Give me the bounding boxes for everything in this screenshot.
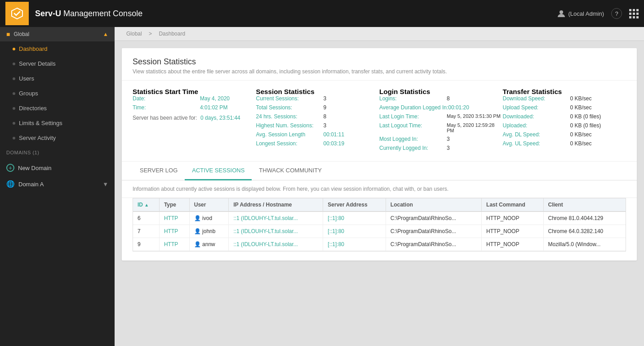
cell-last-cmd: HTTP_NOOP bbox=[482, 238, 543, 251]
stat-avg-ul: Avg. UL Speed: 0 KB/sec bbox=[503, 140, 626, 147]
sidebar-dot bbox=[13, 107, 15, 110]
cell-last-cmd: HTTP_NOOP bbox=[482, 211, 543, 225]
session-statistics-title: Session Statistics bbox=[133, 57, 626, 67]
cell-user: 👤 annw bbox=[189, 238, 229, 251]
cell-type: HTTP bbox=[159, 225, 189, 238]
stat-downloaded: Downloaded: 0 KB (0 files) bbox=[503, 113, 626, 120]
transfer-stats-col: Transfer Statistics Download Speed: 0 KB… bbox=[503, 88, 626, 154]
stat-time: Time: 4:01:02 PM bbox=[133, 104, 256, 111]
cell-user: 👤 ivod bbox=[189, 211, 229, 225]
col-header-location[interactable]: Location bbox=[386, 198, 481, 211]
stat-ul-speed: Upload Speed: 0 KB/sec bbox=[503, 104, 626, 111]
cell-server: [::1]:80 bbox=[323, 211, 386, 225]
stat-uploaded: Uploaded: 0 KB (0 files) bbox=[503, 122, 626, 129]
sidebar-item-groups[interactable]: Groups bbox=[0, 86, 115, 101]
stat-dl-speed: Download Speed: 0 KB/sec bbox=[503, 95, 626, 102]
stat-avg-session: Avg. Session Length 00:01:11 bbox=[256, 131, 380, 138]
sidebar-item-server-details[interactable]: Server Details bbox=[0, 56, 115, 71]
session-statistics-subtitle: View statistics about the entire file se… bbox=[133, 68, 626, 75]
stat-avg-dl: Avg. DL Speed: 0 KB/sec bbox=[503, 131, 626, 138]
cell-client: Chrome 81.0.4044.129 bbox=[543, 211, 626, 225]
cell-id: 6 bbox=[133, 211, 159, 225]
cell-client: Chrome 64.0.3282.140 bbox=[543, 225, 626, 238]
col-header-user[interactable]: User bbox=[189, 198, 229, 211]
sessions-table: ID ▲ Type User IP Address / Hostname Ser… bbox=[133, 198, 626, 251]
cell-type: HTTP bbox=[159, 211, 189, 225]
globe-icon: 🌐 bbox=[6, 180, 15, 188]
tab-server-log[interactable]: SERVER LOG bbox=[133, 162, 185, 180]
stat-current-sessions: Current Sessions: 3 bbox=[256, 95, 380, 102]
cell-type: HTTP bbox=[159, 238, 189, 251]
sidebar-dot bbox=[13, 92, 15, 95]
session-stats-col: Session Statistics Current Sessions: 3 T… bbox=[256, 88, 380, 154]
col-header-type[interactable]: Type bbox=[159, 198, 189, 211]
sidebar-collapse-arrow[interactable]: ▲ bbox=[103, 31, 108, 37]
sidebar-dot bbox=[13, 137, 15, 139]
sidebar-new-domain-button[interactable]: + New Domain bbox=[0, 160, 115, 176]
cell-server: [::1]:80 bbox=[323, 238, 386, 251]
apps-grid-button[interactable] bbox=[629, 9, 639, 18]
sidebar: ■ Global ▲ Dashboard Server Details User… bbox=[0, 27, 115, 346]
col-header-server[interactable]: Server Address bbox=[323, 198, 386, 211]
tab-thwack-community[interactable]: THWACK COMMUNITY bbox=[252, 162, 329, 180]
sidebar-dot bbox=[13, 77, 15, 80]
col-header-client[interactable]: Client bbox=[543, 198, 626, 211]
sidebar-item-limits-settings[interactable]: Limits & Settings bbox=[0, 116, 115, 130]
table-wrapper: ID ▲ Type User IP Address / Hostname Ser… bbox=[122, 198, 637, 261]
table-header-row: ID ▲ Type User IP Address / Hostname Ser… bbox=[133, 198, 626, 211]
stat-last-logout: Last Logout Time: May 5, 2020 12:59:28 P… bbox=[379, 122, 503, 133]
app-title: Serv-U Management Console bbox=[35, 9, 142, 18]
help-button[interactable]: ? bbox=[611, 8, 622, 19]
table-row[interactable]: 7 HTTP 👤 johnb ::1 (IDLOUHY-LT.tul.solar… bbox=[133, 225, 626, 238]
stat-currently-logged: Currently Logged In: 3 bbox=[379, 145, 503, 151]
main-content: Global > Dashboard Session Statistics Vi… bbox=[115, 27, 644, 346]
stat-highest-sessions: Highest Num. Sessions: 3 bbox=[256, 122, 380, 129]
cell-id: 7 bbox=[133, 225, 159, 238]
sidebar-item-directories[interactable]: Directories bbox=[0, 101, 115, 116]
cell-ip: ::1 (IDLOUHY-LT.tul.solar... bbox=[229, 225, 323, 238]
stat-24hr-sessions: 24 hrs. Sessions: 8 bbox=[256, 113, 380, 120]
table-container: ID ▲ Type User IP Address / Hostname Ser… bbox=[133, 198, 626, 252]
sidebar-domains-label: DOMAINS (1) bbox=[0, 145, 115, 160]
breadcrumb: Global > Dashboard bbox=[115, 27, 644, 41]
sidebar-item-users[interactable]: Users bbox=[0, 71, 115, 86]
main-panel: Session Statistics View statistics about… bbox=[122, 48, 637, 261]
cell-ip: ::1 (IDLOUHY-LT.tul.solar... bbox=[229, 238, 323, 251]
stat-total-sessions: Total Sessions: 9 bbox=[256, 104, 380, 111]
sidebar-item-server-activity[interactable]: Server Activity bbox=[0, 130, 115, 145]
user-menu[interactable]: (Local Admin) bbox=[557, 9, 604, 18]
stats-start-col: Statistics Start Time Date: May 4, 2020 … bbox=[133, 88, 256, 154]
session-statistics-header: Session Statistics View statistics about… bbox=[122, 48, 637, 81]
cell-location: C:\ProgramData\RhinoSo... bbox=[386, 225, 481, 238]
col-header-last-cmd[interactable]: Last Command bbox=[482, 198, 543, 211]
header-right: (Local Admin) ? bbox=[557, 8, 639, 19]
col-header-ip[interactable]: IP Address / Hostname bbox=[229, 198, 323, 211]
stat-logins: Logins: 8 bbox=[379, 95, 503, 102]
cell-ip: ::1 (IDLOUHY-LT.tul.solar... bbox=[229, 211, 323, 225]
table-row[interactable]: 6 HTTP 👤 ivod ::1 (IDLOUHY-LT.tul.solar.… bbox=[133, 211, 626, 225]
stat-most-logged: Most Logged In: 3 bbox=[379, 136, 503, 142]
sidebar-item-domain-a[interactable]: 🌐 Domain A ▼ bbox=[0, 176, 115, 192]
stat-longest-session: Longest Session: 00:03:19 bbox=[256, 140, 380, 147]
stat-server-active: Server has been active for: 0 days, 23:5… bbox=[133, 114, 256, 121]
login-stats-col: Login Statistics Logins: 8 Average Durat… bbox=[379, 88, 503, 154]
tabs: SERVER LOG ACTIVE SESSIONS THWACK COMMUN… bbox=[122, 162, 637, 180]
chevron-icon: ▼ bbox=[102, 181, 108, 188]
cell-location: C:\ProgramData\RhinoSo... bbox=[386, 211, 481, 225]
stat-last-login: Last Login Time: May 5, 2020 3:51:30 PM bbox=[379, 113, 503, 120]
stat-avg-duration: Average Duration Logged In: 00:01:20 bbox=[379, 104, 503, 111]
sidebar-section-global[interactable]: ■ Global ▲ bbox=[0, 27, 115, 41]
tab-active-sessions[interactable]: ACTIVE SESSIONS bbox=[185, 162, 252, 180]
header: Serv-U Management Console (Local Admin) … bbox=[0, 0, 644, 27]
table-info-text: Information about currently active sessi… bbox=[122, 180, 637, 198]
col-header-id[interactable]: ID ▲ bbox=[133, 198, 159, 211]
sidebar-dot bbox=[13, 48, 15, 50]
cell-location: C:\ProgramData\RhinoSo... bbox=[386, 238, 481, 251]
cell-user: 👤 johnb bbox=[189, 225, 229, 238]
sidebar-item-dashboard[interactable]: Dashboard bbox=[0, 41, 115, 56]
cell-id: 9 bbox=[133, 238, 159, 251]
stats-grid: Statistics Start Time Date: May 4, 2020 … bbox=[122, 81, 637, 162]
svg-point-0 bbox=[560, 10, 563, 14]
plus-icon: + bbox=[6, 164, 14, 172]
table-row[interactable]: 9 HTTP 👤 annw ::1 (IDLOUHY-LT.tul.solar.… bbox=[133, 238, 626, 251]
